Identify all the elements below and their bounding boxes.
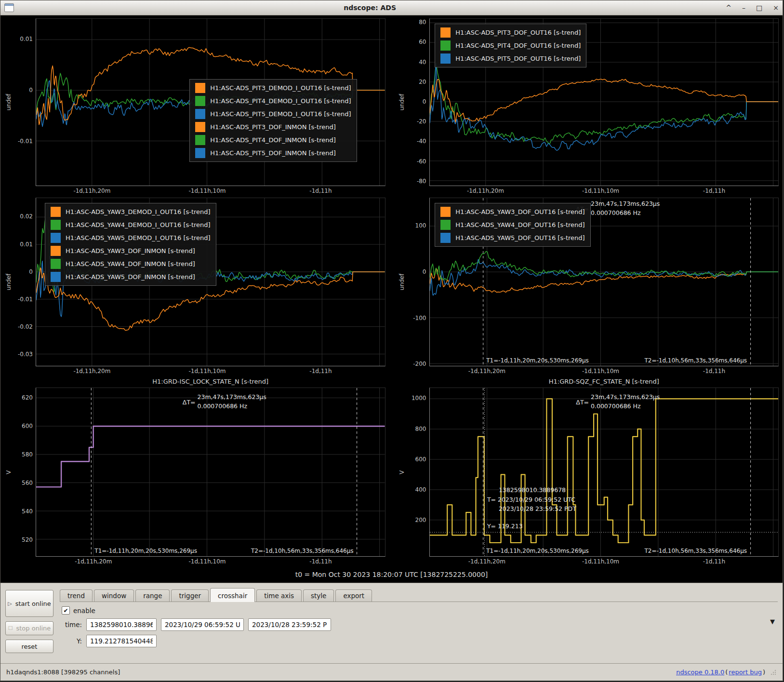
y-axis-label: V	[398, 388, 406, 557]
series-line	[430, 63, 779, 144]
y-axis-tick: 600	[22, 423, 33, 429]
reset-button[interactable]: reset	[5, 640, 53, 653]
legend-item: H1:ASC-ADS_PIT4_DOF_OUT16 [s-trend]	[440, 40, 581, 51]
tab-export[interactable]: export	[335, 589, 372, 602]
plot-yaw-dof-out[interactable]: undef1000-100-200T1=-1d,11h,20m,20s,530m…	[398, 198, 779, 377]
y-axis-label: undef	[4, 198, 13, 366]
plot-pit-error[interactable]: undef0.010-0.01H1:ASC-ADS_PIT3_DEMOD_I_O…	[4, 18, 385, 197]
y-axis-label: undef	[4, 18, 13, 186]
legend-swatch	[195, 148, 205, 158]
stop-icon: ☐	[8, 625, 13, 631]
x-axis-tick: -1d,11h,10m	[582, 368, 619, 374]
tab-window[interactable]: window	[94, 589, 134, 602]
y-axis-tick: 0	[423, 268, 426, 275]
plot-yaw-error[interactable]: undef0.020.010-0.01-0.02-0.03H1:ASC-ADS_…	[4, 198, 385, 377]
plot-canvas[interactable]: T1=-1d,11h,20m,20s,530ms,269µsT2=-1d,10h…	[429, 388, 779, 557]
legend-swatch	[51, 246, 61, 256]
legend-label: H1:ASC-ADS_YAW4_DOF_INMON [s-trend]	[66, 260, 195, 267]
ndscope-window: ndscope: ADS ^ – □ × undef0.010-0.01H1:A…	[0, 0, 783, 681]
plot-canvas[interactable]: H1:ASC-ADS_PIT3_DOF_OUT16 [s-trend]H1:AS…	[429, 18, 779, 186]
y-axis-tick: -0.01	[18, 296, 33, 303]
tab-trigger[interactable]: trigger	[171, 589, 209, 602]
x-axis: -1d,11h,20m-1d,11h,10m-1d,11h	[430, 557, 779, 567]
series-line	[430, 259, 779, 295]
minimize-icon[interactable]: –	[742, 4, 745, 11]
legend-swatch	[440, 27, 451, 38]
tab-style[interactable]: style	[303, 589, 334, 602]
plot-canvas[interactable]: T1=-1d,11h,20m,20s,530ms,269µsT2=-1d,10h…	[36, 388, 385, 557]
shade-icon[interactable]: ^	[726, 4, 731, 11]
plot-canvas[interactable]: H1:ASC-ADS_PIT3_DEMOD_I_OUT16 [s-trend]H…	[36, 18, 385, 186]
legend[interactable]: H1:ASC-ADS_PIT3_DEMOD_I_OUT16 [s-trend]H…	[189, 79, 357, 162]
time-local-input[interactable]	[248, 618, 331, 631]
t2-cursor-label: T2=-1d,10h,56m,33s,356ms,646µs	[644, 357, 747, 364]
legend[interactable]: H1:ASC-ADS_YAW3_DEMOD_I_OUT16 [s-trend]H…	[45, 203, 216, 286]
maximize-icon[interactable]: □	[756, 4, 762, 11]
legend[interactable]: H1:ASC-ADS_YAW3_DOF_OUT16 [s-trend]H1:AS…	[435, 203, 590, 247]
plot-grd-isc-lock[interactable]: H1:GRD-ISC_LOCK_STATE_N [s-trend]V620600…	[4, 378, 385, 567]
x-axis-tick: -1d,11h,10m	[188, 368, 226, 374]
stop-online-button[interactable]: ☐ stop online	[5, 621, 53, 635]
x-axis-tick: -1d,11h,10m	[582, 187, 619, 194]
tab-time-axis[interactable]: time axis	[256, 589, 302, 602]
window-title: ndscope: ADS	[14, 4, 726, 12]
plot-title: H1:GRD-ISC_LOCK_STATE_N [s-trend]	[4, 378, 385, 388]
legend-swatch	[51, 259, 61, 269]
plot-pit-dof-out[interactable]: undef806040200-20-40-60-80H1:ASC-ADS_PIT…	[398, 18, 779, 197]
legend-label: H1:ASC-ADS_PIT3_DEMOD_I_OUT16 [s-trend]	[210, 84, 351, 92]
time-label: time:	[62, 621, 82, 629]
panel-collapse-arrow[interactable]: ▼	[770, 618, 775, 625]
t1-cursor-label: T1=-1d,11h,20m,20s,530ms,269µs	[94, 548, 197, 554]
tab-crosshair[interactable]: crosshair	[210, 588, 255, 602]
version-link[interactable]: ndscope 0.18.0	[676, 669, 724, 676]
t1-cursor-label: T1=-1d,11h,20m,20s,530ms,269µs	[486, 357, 589, 364]
plot-canvas[interactable]: H1:ASC-ADS_YAW3_DEMOD_I_OUT16 [s-trend]H…	[36, 198, 385, 366]
series-line	[430, 252, 779, 281]
y-axis-tick: 60	[419, 39, 426, 45]
legend-item: H1:ASC-ADS_PIT4_DEMOD_I_OUT16 [s-trend]	[195, 96, 351, 106]
start-online-button[interactable]: ▷ start online	[5, 590, 53, 617]
tab-trend[interactable]: trend	[60, 589, 93, 602]
y-axis-label: undef	[398, 198, 406, 366]
close-icon[interactable]: ×	[773, 4, 779, 11]
legend-swatch	[440, 233, 451, 243]
plot-area: undef0.010-0.01H1:ASC-ADS_PIT3_DEMOD_I_O…	[0, 15, 783, 583]
legend-label: H1:ASC-ADS_YAW3_DOF_INMON [s-trend]	[66, 247, 195, 254]
t0-label: t0 = Mon Oct 30 2023 18:20:07 UTC [13827…	[4, 567, 779, 582]
legend-label: H1:ASC-ADS_PIT5_DEMOD_I_OUT16 [s-trend]	[210, 110, 351, 118]
legend-swatch	[440, 40, 451, 51]
y-axis-tick: 800	[415, 426, 426, 432]
x-axis-tick: -1d,11h	[703, 187, 725, 194]
y-axis-tick: 80	[419, 19, 426, 26]
x-axis: -1d,11h,20m-1d,11h,10m-1d,11h	[36, 186, 385, 197]
legend-item: H1:ASC-ADS_PIT3_DOF_INMON [s-trend]	[195, 122, 351, 132]
tab-range[interactable]: range	[135, 589, 170, 602]
legend-item: H1:ASC-ADS_PIT4_DOF_INMON [s-trend]	[195, 135, 351, 145]
legend-swatch	[440, 220, 451, 230]
report-bug-link[interactable]: report bug	[729, 669, 762, 676]
y-axis-tick: 580	[22, 451, 33, 458]
legend[interactable]: H1:ASC-ADS_PIT3_DOF_OUT16 [s-trend]H1:AS…	[435, 24, 586, 67]
crosshair-y-value: Y= 119.213	[487, 522, 523, 530]
x-axis-tick: -1d,11h,20m	[75, 558, 112, 565]
y-value-input[interactable]	[86, 635, 157, 647]
legend-item: H1:ASC-ADS_PIT5_DOF_OUT16 [s-trend]	[440, 53, 581, 64]
legend-item: H1:ASC-ADS_PIT3_DOF_OUT16 [s-trend]	[440, 27, 581, 38]
x-axis-tick: -1d,11h	[703, 558, 725, 565]
x-axis-tick: -1d,11h	[309, 558, 332, 565]
x-axis: -1d,11h,20m-1d,11h,10m-1d,11h	[430, 366, 779, 377]
time-gps-input[interactable]	[86, 618, 157, 631]
plot-grd-sqz-fc[interactable]: H1:GRD-SQZ_FC_STATE_N [s-trend]V10008006…	[398, 378, 779, 567]
resize-grip[interactable]	[770, 669, 777, 676]
time-utc-input[interactable]	[161, 618, 244, 631]
legend-swatch	[51, 272, 61, 282]
series-line	[430, 79, 779, 122]
plot-canvas[interactable]: T1=-1d,11h,20m,20s,530ms,269µsT2=-1d,10h…	[429, 198, 779, 366]
enable-checkbox[interactable]	[62, 606, 70, 615]
window-icon	[4, 3, 14, 12]
legend-label: H1:ASC-ADS_PIT4_DEMOD_I_OUT16 [s-trend]	[210, 97, 351, 105]
t2-cursor-label: T2=-1d,10h,56m,33s,356ms,646µs	[644, 548, 747, 554]
legend-item: H1:ASC-ADS_YAW4_DOF_INMON [s-trend]	[51, 259, 211, 269]
x-axis-tick: -1d,11h,20m	[73, 187, 110, 194]
legend-swatch	[440, 53, 451, 64]
